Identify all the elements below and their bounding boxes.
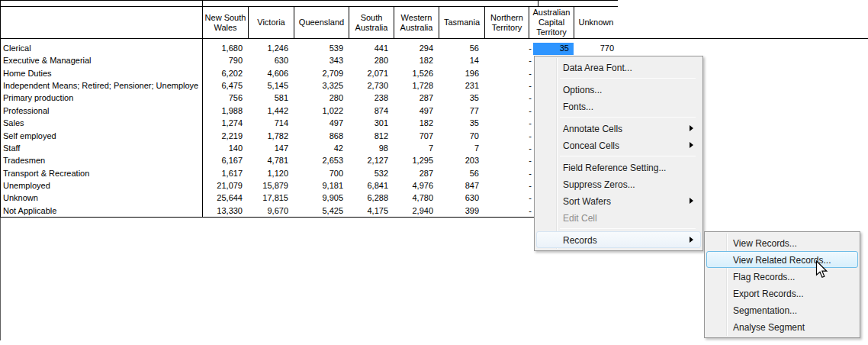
row-label[interactable]: Professional xyxy=(3,105,198,117)
column-header-western-australia[interactable]: Western Australia xyxy=(394,7,439,38)
data-cell[interactable]: - xyxy=(478,205,532,217)
data-cell[interactable]: - xyxy=(478,167,532,179)
mouse-cursor xyxy=(815,260,829,280)
row-label[interactable]: Unemployed xyxy=(3,179,198,192)
menu-separator xyxy=(560,228,696,229)
menu-item-records[interactable]: Records xyxy=(536,231,701,248)
data-cell[interactable]: 1,120 xyxy=(235,167,288,179)
row-label[interactable]: Sales xyxy=(3,117,198,129)
row-label[interactable]: Independent Means; Retired; Pensioner; U… xyxy=(3,79,198,92)
column-header-unknown[interactable]: Unknown xyxy=(574,7,618,38)
submenu-item-view-related-records[interactable]: View Related Records... xyxy=(706,251,858,268)
menu-separator xyxy=(560,156,696,156)
data-cell[interactable]: 4,781 xyxy=(235,154,288,166)
crosstab-table-view: New South WalesVictoriaQueenslandSouth A… xyxy=(0,0,868,345)
column-header-tasmania[interactable]: Tasmania xyxy=(439,7,484,38)
data-cell[interactable]: 1,442 xyxy=(235,105,288,117)
row-label[interactable]: Home Duties xyxy=(3,67,198,79)
data-cell[interactable]: 770 xyxy=(561,42,614,54)
data-cell[interactable]: - xyxy=(478,105,532,117)
menu-item-options[interactable]: Options... xyxy=(536,81,701,98)
row-label[interactable]: Primary production xyxy=(3,92,198,104)
submenu-item-view-records[interactable]: View Records... xyxy=(706,234,858,251)
data-cell[interactable]: 35 xyxy=(426,117,479,129)
data-cell[interactable]: 4,606 xyxy=(235,67,288,79)
data-cell[interactable]: 1,246 xyxy=(235,42,288,54)
menu-item-edit-cell[interactable]: Edit Cell xyxy=(536,209,701,226)
pane-left-border xyxy=(0,218,1,340)
data-cell[interactable]: - xyxy=(478,67,532,79)
data-cell[interactable]: 56 xyxy=(426,42,479,54)
top-strip-stub-line xyxy=(538,0,538,6)
submenu-item-flag-records[interactable]: Flag Records... xyxy=(706,268,858,285)
row-label[interactable]: Clerical xyxy=(3,42,198,54)
submenu-item-segmentation[interactable]: Segmentation... xyxy=(706,301,858,318)
data-cell[interactable]: 70 xyxy=(426,130,479,142)
data-cell[interactable]: 714 xyxy=(235,117,288,129)
menu-item-field-reference-setting[interactable]: Field Reference Setting... xyxy=(536,159,701,176)
row-label[interactable]: Transport & Recreation xyxy=(3,167,198,179)
table-left-border xyxy=(0,0,1,218)
submenu-item-export-records[interactable]: Export Records... xyxy=(706,285,858,301)
data-cell[interactable]: 5,145 xyxy=(235,79,288,92)
data-cell[interactable]: 9,670 xyxy=(235,205,288,217)
data-cell[interactable]: - xyxy=(478,130,532,142)
data-cell[interactable]: 77 xyxy=(426,105,479,117)
column-header-victoria[interactable]: Victoria xyxy=(248,7,294,38)
row-label[interactable]: Executive & Managerial xyxy=(3,54,198,66)
data-cell[interactable]: - xyxy=(478,179,532,192)
menu-item-fonts[interactable]: Fonts... xyxy=(536,98,701,114)
row-label[interactable]: Staff xyxy=(3,142,198,154)
column-header-south-australia[interactable]: South Australia xyxy=(349,7,394,38)
data-cell[interactable]: 17,815 xyxy=(235,192,288,204)
row-label[interactable]: Unknown xyxy=(3,192,198,204)
records-submenu: View Records...View Related Records...Fl… xyxy=(704,231,860,338)
data-cell[interactable]: - xyxy=(478,79,532,92)
data-cell[interactable]: - xyxy=(478,142,532,154)
row-label[interactable]: Not Applicable xyxy=(3,205,198,217)
menu-item-conceal-cells[interactable]: Conceal Cells xyxy=(536,137,701,153)
row-label[interactable]: Tradesmen xyxy=(3,154,198,166)
data-cell[interactable]: 56 xyxy=(426,167,479,179)
data-cell[interactable]: 14 xyxy=(426,54,479,66)
data-cell[interactable]: - xyxy=(478,54,532,66)
data-cell[interactable]: 147 xyxy=(235,142,288,154)
data-cell[interactable]: 15,879 xyxy=(235,179,288,192)
data-cell[interactable]: 196 xyxy=(426,67,479,79)
data-cell[interactable]: - xyxy=(478,154,532,166)
menu-item-sort-wafers[interactable]: Sort Wafers xyxy=(536,192,701,209)
data-cell[interactable]: 630 xyxy=(426,192,479,204)
submenu-item-analyse-segment[interactable]: Analyse Segment xyxy=(706,318,858,335)
table-bottom-line xyxy=(0,217,618,218)
menu-item-annotate-cells[interactable]: Annotate Cells xyxy=(536,120,701,137)
column-header-queensland[interactable]: Queensland xyxy=(294,7,349,38)
data-cell[interactable]: 35 xyxy=(426,92,479,104)
data-cell[interactable]: 203 xyxy=(426,154,479,166)
column-header-australian-capital-territory[interactable]: Australian Capital Territory xyxy=(529,7,574,38)
data-cell[interactable]: 231 xyxy=(426,79,479,92)
menu-separator xyxy=(560,117,696,118)
table-top-line xyxy=(0,0,618,1)
column-header-new-south-wales[interactable]: New South Wales xyxy=(202,7,248,38)
row-label[interactable]: Self employed xyxy=(3,130,198,142)
data-cell[interactable]: - xyxy=(478,192,532,204)
menu-item-suppress-zeros[interactable]: Suppress Zeros... xyxy=(536,176,701,192)
data-cell[interactable]: - xyxy=(478,117,532,129)
column-header-northern-territory[interactable]: Northern Territory xyxy=(484,7,529,38)
data-cell[interactable]: 7 xyxy=(426,142,479,154)
data-cell[interactable]: 847 xyxy=(426,179,479,192)
data-cell[interactable]: - xyxy=(478,92,532,104)
data-cell[interactable]: 581 xyxy=(235,92,288,104)
menu-separator xyxy=(560,78,696,79)
menu-item-data-area-font[interactable]: Data Area Font... xyxy=(536,59,701,76)
data-cell[interactable]: 1,782 xyxy=(235,130,288,142)
context-menu: Data Area Font...Options...Fonts...Annot… xyxy=(534,56,703,251)
data-cell[interactable]: 399 xyxy=(426,205,479,217)
header-bottom-line xyxy=(0,38,868,39)
data-cell[interactable]: 630 xyxy=(235,54,288,66)
